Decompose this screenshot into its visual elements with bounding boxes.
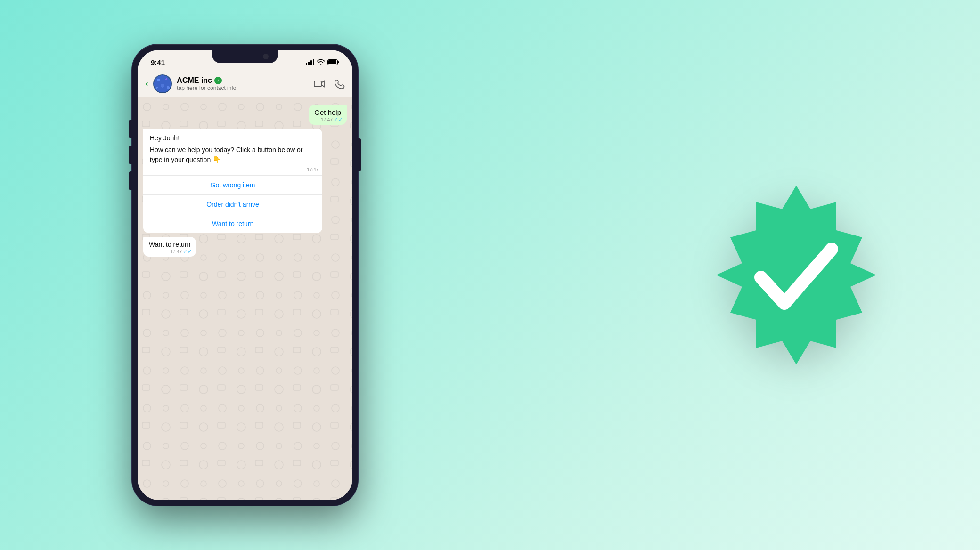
message-meta: 17:47 ✓✓ <box>321 116 343 123</box>
button-order-didnt-arrive[interactable]: Order didn't arrive <box>143 194 322 214</box>
chat-header[interactable]: ‹ ACME inc ✓ tap here for contact info <box>138 71 352 97</box>
video-call-icon[interactable] <box>314 80 325 88</box>
button-got-wrong-item[interactable]: Got wrong item <box>143 175 322 194</box>
message-meta-in: 17:47 <box>307 166 318 173</box>
chat-body: Get help 17:47 ✓✓ Hey Jonh! How can we h… <box>138 97 352 500</box>
contact-subtitle: tap here for contact info <box>177 85 309 91</box>
message-meta-return: 17:47 ✓✓ <box>170 248 192 255</box>
message-time-return: 17:47 <box>170 249 182 254</box>
status-icons <box>306 59 339 65</box>
badge-shape-svg <box>697 176 895 374</box>
button-want-to-return[interactable]: Want to return <box>143 214 322 233</box>
camera-dot <box>263 54 269 59</box>
contact-name: ACME inc <box>177 76 212 85</box>
phone-screen: 9:41 <box>138 50 352 500</box>
back-button[interactable]: ‹ <box>145 78 148 90</box>
header-actions <box>314 79 345 89</box>
phone-notch <box>212 50 278 63</box>
read-receipt-return-icon: ✓✓ <box>183 248 192 255</box>
phone-device: 9:41 <box>132 44 358 506</box>
phone-call-icon[interactable] <box>335 79 345 89</box>
message-time-in: 17:47 <box>307 166 318 173</box>
message-body: How can we help you today? Click a butto… <box>150 145 316 165</box>
message-time: 17:47 <box>321 117 333 122</box>
read-receipt-icon: ✓✓ <box>334 116 343 123</box>
message-out-get-help: Get help 17:47 ✓✓ <box>309 105 347 125</box>
status-time: 9:41 <box>151 58 165 66</box>
contact-avatar <box>153 74 172 93</box>
signal-icon <box>306 59 314 65</box>
scene: 9:41 <box>0 0 980 550</box>
verified-checkmark-icon: ✓ <box>214 77 222 84</box>
svg-rect-1 <box>328 60 336 64</box>
battery-icon <box>327 59 339 65</box>
message-in-group: Hey Jonh! How can we help you today? Cli… <box>143 129 322 233</box>
message-greeting: Hey Jonh! <box>150 133 316 143</box>
message-text-return: Want to return <box>149 241 190 248</box>
message-in-want-to-return: Want to return 17:47 ✓✓ <box>143 237 196 257</box>
message-in-body: Hey Jonh! How can we help you today? Cli… <box>143 129 322 175</box>
chat-messages: Get help 17:47 ✓✓ Hey Jonh! How can we h… <box>138 97 352 264</box>
wifi-icon <box>317 59 325 65</box>
message-text: Get help <box>314 108 341 116</box>
contact-info[interactable]: ACME inc ✓ tap here for contact info <box>177 76 309 91</box>
svg-rect-2 <box>314 81 321 87</box>
contact-name-row: ACME inc ✓ <box>177 76 309 85</box>
verified-badge <box>697 176 895 374</box>
